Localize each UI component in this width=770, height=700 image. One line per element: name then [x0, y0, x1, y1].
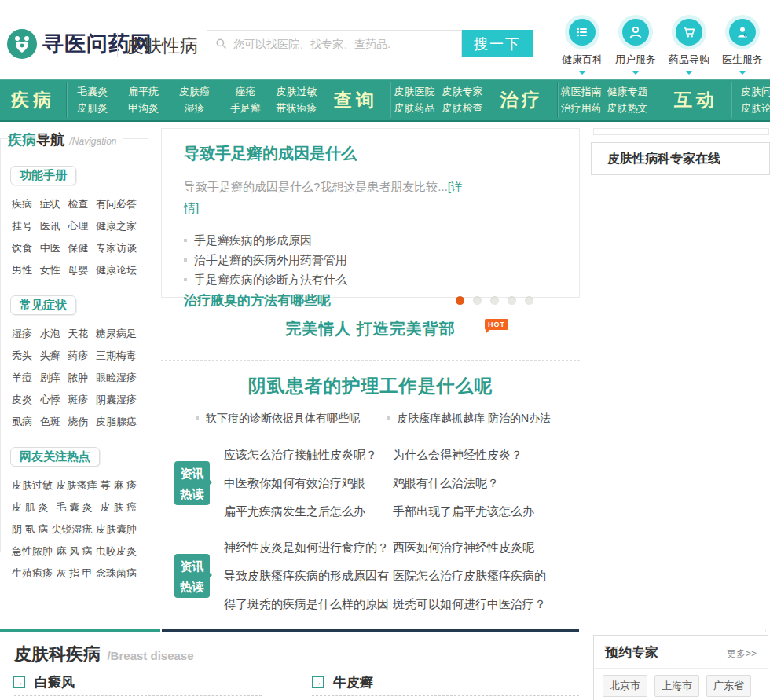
sidebar-link[interactable]: 虫咬皮炎	[96, 541, 137, 563]
sidebar-link[interactable]: 毛 囊 炎	[56, 497, 92, 519]
hot-read-link[interactable]: 鸡眼有什么治法呢？	[393, 469, 562, 497]
search-input[interactable]	[233, 38, 453, 50]
sidebar-link[interactable]: 水泡	[40, 323, 60, 345]
region-button[interactable]: 广东省	[706, 675, 751, 697]
sidebar-link[interactable]: 急性脓肿	[12, 541, 53, 563]
disease-item-psoriasis[interactable]: → 牛皮癣	[312, 673, 373, 691]
hot-read-link[interactable]: 中医教你如何有效治疗鸡眼	[224, 469, 393, 497]
featured-title-link[interactable]: 导致手足癣的成因是什么	[184, 145, 357, 162]
carousel-dot[interactable]	[508, 296, 516, 305]
hot-read-link[interactable]: 斑秃可以如何进行中医治疗？	[393, 590, 562, 618]
sidebar-link[interactable]: 麻 风 病	[56, 541, 92, 563]
sidebar-link[interactable]: 有问必答	[96, 193, 137, 215]
nav-link[interactable]: 治疗用药	[561, 100, 602, 116]
sidebar-link[interactable]: 保健	[68, 237, 88, 259]
sidebar-link[interactable]: 羊痘	[12, 367, 32, 389]
nav-link[interactable]: 皮肤热文	[607, 100, 648, 116]
nav-link[interactable]: 扁平疣	[128, 83, 159, 100]
sidebar-link[interactable]: 男性	[12, 259, 32, 281]
sidebar-link[interactable]: 糖尿病足	[96, 323, 137, 345]
nav-tab-diseases[interactable]: 疾病	[0, 88, 66, 112]
sidebar-link[interactable]: 健康论坛	[96, 259, 137, 281]
nav-link[interactable]: 手足癣	[230, 100, 261, 116]
featured-bottom-link[interactable]: 治疗腋臭的方法有哪些呢	[184, 291, 331, 310]
sidebar-link[interactable]: 专家访谈	[96, 237, 137, 259]
sidebar-link[interactable]: 皮脂腺痣	[96, 411, 137, 433]
sidebar-link[interactable]: 心理	[68, 215, 88, 237]
tag-function-manual[interactable]: 功能手册	[10, 166, 76, 185]
sidebar-link[interactable]: 皮 肤 癌	[101, 497, 137, 519]
sidebar-link[interactable]: 剧痒	[40, 367, 60, 389]
nav-link[interactable]: 皮肤过敏	[277, 83, 317, 100]
sidebar-link[interactable]: 秃头	[12, 345, 32, 367]
search-button[interactable]: 搜一下	[462, 30, 533, 57]
sidebar-link[interactable]: 荨 麻 疹	[101, 475, 137, 497]
sidebar-link[interactable]: 症状	[40, 193, 60, 215]
article-title-link[interactable]: 阴虱患者的护理工作是什么呢	[248, 376, 493, 396]
disease-item-vitiligo[interactable]: → 白癜风	[13, 673, 75, 691]
sidebar-link[interactable]: 斑疹	[68, 389, 88, 411]
nav-link[interactable]: 痤疮	[236, 83, 256, 100]
sidebar-link[interactable]: 色斑	[40, 411, 60, 433]
sidebar-link[interactable]: 皮炎	[12, 389, 32, 411]
nav-link[interactable]: 皮肤专家	[442, 83, 483, 100]
promo-title-link[interactable]: 完美情人 打造完美背部	[285, 320, 456, 337]
featured-bullet-link[interactable]: 治手足癣的疾病外用药膏管用	[194, 253, 347, 266]
sidebar-link[interactable]: 疾病	[12, 193, 32, 215]
sidebar-link[interactable]: 头癣	[40, 345, 60, 367]
sidebar-link[interactable]: 尖锐湿疣	[52, 519, 93, 541]
nav-link[interactable]: 皮肤问答	[741, 83, 770, 100]
nav-link[interactable]: 皮肤检查	[442, 100, 483, 116]
sidebar-link[interactable]: 挂号	[12, 215, 32, 237]
sidebar-link[interactable]: 阴 虱 病	[12, 519, 48, 541]
sidebar-link[interactable]: 皮肤过敏	[12, 475, 53, 497]
nav-tab-interact[interactable]: 互动	[662, 88, 731, 112]
nav-link[interactable]: 皮肤医院	[394, 83, 435, 100]
region-button[interactable]: 上海市	[654, 675, 699, 697]
hot-read-link[interactable]: 医院怎么治疗皮肤瘙痒疾病的	[393, 562, 562, 590]
hot-read-link[interactable]: 手部出现了扁平尤该怎么办	[393, 497, 562, 526]
featured-bullet-link[interactable]: 手足癣疾病的形成原因	[194, 233, 312, 247]
sidebar-link[interactable]: 脓肿	[68, 367, 88, 389]
tag-hot-topics[interactable]: 网友关注热点	[10, 447, 100, 467]
sidebar-link[interactable]: 医讯	[40, 215, 60, 237]
nav-link[interactable]: 皮肤药品	[394, 100, 435, 116]
hot-read-link[interactable]: 应该怎么治疗接触性皮炎呢？	[224, 441, 393, 469]
article-sublink[interactable]: 软下疳的诊断依据具体有哪些呢	[196, 412, 360, 426]
nav-tab-treatment[interactable]: 治疗	[486, 88, 557, 112]
hot-read-link[interactable]: 西医如何治疗神经性皮炎呢	[393, 533, 562, 562]
sidebar-link[interactable]: 灰 指 甲	[56, 563, 92, 585]
sidebar-link[interactable]: 心悸	[40, 389, 60, 411]
featured-bullet-link[interactable]: 手足癣疾病的诊断方法有什么	[194, 273, 347, 286]
tag-common-symptoms[interactable]: 常见症状	[10, 295, 76, 315]
nav-link[interactable]: 毛囊炎	[77, 83, 108, 100]
sidebar-link[interactable]: 天花	[68, 323, 88, 345]
nav-link[interactable]: 带状疱疹	[277, 100, 317, 116]
nav-link[interactable]: 健康专题	[607, 83, 648, 100]
article-sublink[interactable]: 皮肤瘙痒越抓越痒 防治的N办法	[387, 412, 551, 426]
quicklink-user-service[interactable]: 用户服务	[609, 19, 662, 75]
nav-link[interactable]: 皮肌炎	[77, 100, 108, 116]
nav-link[interactable]: 皮肤癌	[179, 83, 210, 100]
sidebar-link[interactable]: 烧伤	[68, 411, 88, 433]
nav-link[interactable]: 甲沟炎	[128, 100, 159, 116]
quicklink-health-wiki[interactable]: 健康百科	[556, 19, 609, 75]
hot-read-link[interactable]: 导致皮肤瘙痒疾病的形成原因有	[224, 562, 393, 590]
sidebar-link[interactable]: 女性	[40, 259, 60, 281]
sidebar-link[interactable]: 健康之家	[96, 215, 137, 237]
sidebar-link[interactable]: 念珠菌病	[96, 563, 137, 585]
hot-read-link[interactable]: 得了斑秃的疾病是什么样的原因	[224, 590, 393, 618]
sidebar-link[interactable]: 皮肤瘙痒	[56, 475, 97, 497]
more-link[interactable]: 更多>>	[727, 647, 757, 661]
sidebar-link[interactable]: 皮肤囊肿	[96, 519, 137, 541]
nav-tab-query[interactable]: 查询	[322, 88, 390, 112]
carousel-dot[interactable]	[525, 296, 534, 305]
sidebar-link[interactable]: 虱病	[12, 411, 32, 433]
quicklink-doctor-service[interactable]: 医生服务	[716, 19, 769, 75]
carousel-dot[interactable]	[490, 296, 499, 305]
sidebar-link[interactable]: 检查	[68, 193, 88, 215]
sidebar-link[interactable]: 眼睑湿疹	[96, 367, 137, 389]
hot-read-link[interactable]: 扁平尤疾病发生之后怎么办	[224, 497, 393, 526]
sidebar-link[interactable]: 母婴	[68, 259, 88, 281]
region-button[interactable]: 北京市	[603, 675, 647, 697]
